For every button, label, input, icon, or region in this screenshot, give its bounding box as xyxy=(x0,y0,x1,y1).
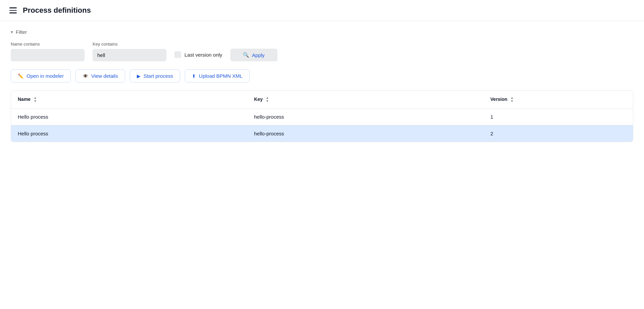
key-contains-label: Key contains xyxy=(93,42,166,47)
upload-bpmn-button[interactable]: ⬆ Upload BPMN XML xyxy=(185,69,250,82)
open-in-modeler-label: Open in modeler xyxy=(26,73,64,79)
filter-chevron-icon: ▾ xyxy=(11,29,13,35)
name-contains-input[interactable] xyxy=(11,49,85,61)
start-process-button[interactable]: ▶ Start process xyxy=(130,69,180,82)
cell-name: Hello process xyxy=(11,109,248,125)
apply-button[interactable]: 🔍 Apply xyxy=(230,49,277,61)
name-contains-label: Name contains xyxy=(11,42,85,47)
main-content: ▾ Filter Name contains Key contains Last… xyxy=(0,21,644,150)
cell-version: 2 xyxy=(484,125,633,142)
name-sort-icon: ▲▼ xyxy=(34,96,37,103)
header: Process definitions xyxy=(0,0,644,21)
table-row[interactable]: Hello process hello-process 2 xyxy=(11,125,633,142)
key-contains-input[interactable] xyxy=(93,49,166,61)
apply-label: Apply xyxy=(252,52,265,58)
col-header-key[interactable]: Key ▲▼ xyxy=(248,91,484,109)
view-details-button[interactable]: 👁️ View details xyxy=(75,69,125,82)
last-version-group: Last version only xyxy=(174,51,222,61)
open-in-modeler-button[interactable]: ✏️ Open in modeler xyxy=(11,69,71,82)
play-icon: ▶ xyxy=(137,73,141,79)
cell-key: hello-process xyxy=(248,125,484,142)
col-header-version[interactable]: Version ▲▼ xyxy=(484,91,633,109)
filter-toggle[interactable]: ▾ Filter xyxy=(11,29,633,35)
page-title: Process definitions xyxy=(23,6,91,15)
last-version-checkbox[interactable] xyxy=(174,51,181,58)
version-sort-icon: ▲▼ xyxy=(511,96,514,103)
key-contains-group: Key contains xyxy=(93,42,166,61)
col-header-name[interactable]: Name ▲▼ xyxy=(11,91,248,109)
upload-icon: ⬆ xyxy=(192,73,196,79)
toolbar: ✏️ Open in modeler 👁️ View details ▶ Sta… xyxy=(11,69,633,82)
last-version-label: Last version only xyxy=(184,52,222,58)
table-row[interactable]: Hello process hello-process 1 xyxy=(11,109,633,125)
search-icon: 🔍 xyxy=(243,52,249,58)
hamburger-menu-icon[interactable] xyxy=(9,7,17,13)
name-contains-group: Name contains xyxy=(11,42,85,61)
process-definitions-table: Name ▲▼ Key ▲▼ Version ▲▼ xyxy=(11,90,633,142)
view-details-label: View details xyxy=(91,73,118,79)
table-header-row: Name ▲▼ Key ▲▼ Version ▲▼ xyxy=(11,91,633,109)
filter-section: ▾ Filter Name contains Key contains Last… xyxy=(11,29,633,61)
start-process-label: Start process xyxy=(144,73,173,79)
eye-icon: 👁️ xyxy=(83,73,88,79)
cell-name: Hello process xyxy=(11,125,248,142)
cell-version: 1 xyxy=(484,109,633,125)
pencil-icon: ✏️ xyxy=(18,73,23,79)
filter-fields: Name contains Key contains Last version … xyxy=(11,42,633,61)
upload-bpmn-label: Upload BPMN XML xyxy=(199,73,243,79)
cell-key: hello-process xyxy=(248,109,484,125)
filter-label: Filter xyxy=(16,29,27,35)
key-sort-icon: ▲▼ xyxy=(266,96,269,103)
